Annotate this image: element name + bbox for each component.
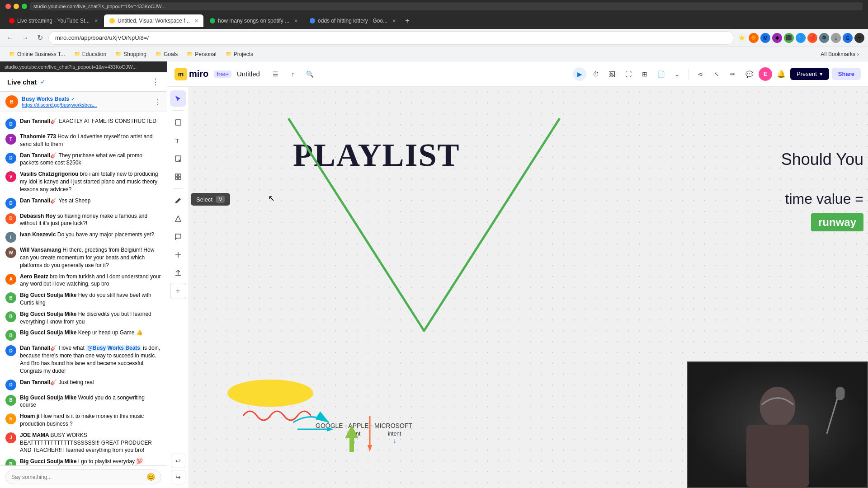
os-window-bar: studio.youtube.com/live_chat?is_popout=1… [0,0,868,13]
message-body: Debasish Roy so having money make u famo… [20,212,161,228]
bookmark-personal[interactable]: 📁 Personal [183,50,220,58]
miro-user-avatar[interactable]: E [759,67,772,81]
tab-favicon-yt [9,18,14,23]
extensions-icon[interactable]: ⭐ [737,33,747,43]
tab-yt-studio[interactable]: Live streaming - YouTube St... ✕ [4,14,103,27]
ext9-icon[interactable]: G [843,33,853,43]
svg-rect-4 [179,174,181,176]
window-close-button[interactable] [5,4,11,9]
miro-toolbar-toggle-icon[interactable]: ⊲ [693,67,707,81]
tab-miro[interactable]: Untitled, Visual Workspace f... ✕ [104,14,203,27]
bookmark-projects[interactable]: 📁 Projects [222,50,257,58]
miro-notification-icon[interactable]: 🔔 [775,68,788,80]
tool-stamp[interactable] [170,169,186,185]
ext10-icon[interactable]: ☰ [854,33,864,43]
tab-close-spotify[interactable]: ✕ [294,18,298,24]
undo-button[interactable]: ↩ [171,454,185,468]
bookmark-goals[interactable]: 📁 Goals [152,50,181,58]
ext7-icon[interactable]: ⚙ [819,33,829,43]
redo-button[interactable]: ↪ [171,470,185,484]
list-item: T Thahomie 773 How do I advertise myself… [0,131,167,150]
forward-button[interactable]: → [19,32,32,44]
url-bar[interactable] [48,31,734,45]
tool-add-more[interactable]: + [170,283,186,299]
tool-select[interactable] [170,90,186,107]
tool-pen[interactable] [170,192,186,209]
bookmark-label-online-biz: Online Business T... [17,51,65,57]
hamburger-menu-icon[interactable]: ☰ [269,67,283,81]
avatar: J [5,432,16,443]
ext8-icon[interactable]: ↓ [831,33,841,43]
svg-rect-0 [175,120,181,125]
svg-rect-3 [175,174,178,176]
bookmark-folder-icon: 📁 [9,51,15,57]
avatar: D [5,380,16,390]
list-item: B Big Gucci Soulja Mike He discredits yo… [0,309,167,328]
pinned-message: B Busy Works Beats ✓ https://discord.gg/… [0,92,167,112]
tab-spotify[interactable]: how many songs on spotify ... ✕ [204,14,303,27]
svg-rect-15 [746,425,809,488]
all-bookmarks-button[interactable]: All Bookmarks › [817,50,863,58]
miro-fullscreen-icon[interactable]: ⛶ [622,67,635,81]
miro-cursor-icon[interactable]: ↖ [710,67,723,81]
miro-forward-icon[interactable]: ▶ [573,67,586,81]
pinned-more-button[interactable]: ⋮ [154,98,161,106]
tool-shapes[interactable] [170,211,186,227]
window-minimize-button[interactable] [14,4,19,9]
ext5-icon[interactable]: 🔷 [796,33,806,43]
miro-more-tools-icon[interactable]: ⌄ [670,67,684,81]
share-button[interactable]: Share [832,68,861,80]
chat-more-button[interactable]: ⋮ [151,77,160,87]
list-item: W Will Vansamang Hi there, greetings fro… [0,244,167,271]
reload-button[interactable]: ↻ [34,32,46,44]
ext2-icon[interactable]: M [760,33,770,43]
ext4-icon[interactable]: ⬛ [784,33,794,43]
miro-canvas[interactable]: ↖ PLAYLIST Should You time value = runwa… [189,87,868,488]
miro-divider [689,69,689,80]
chat-emoji-icon[interactable]: 😊 [146,473,156,481]
miro-pen-tool-icon[interactable]: ✏ [726,67,740,81]
tab-favicon-miro [109,18,115,23]
tab-close-miro[interactable]: ✕ [194,18,198,24]
ext6-icon[interactable]: 🔴 [807,33,817,43]
tool-sticky-note[interactable] [170,150,186,167]
tab-label-google: odds of hitting lottery - Goo... [318,18,387,24]
chat-input[interactable] [11,474,143,480]
miro-table-icon[interactable]: ⊞ [638,67,651,81]
miro-header-icons: ☰ ↑ 🔍 [269,67,317,81]
avatar: D [5,153,16,164]
tool-crop[interactable] [170,247,186,263]
miro-comment-tool-icon[interactable]: 💬 [742,67,756,81]
chat-messages-list: D Dan Tannall🎸 EXACTLY AT FAME IS CONSTR… [0,112,167,465]
toolbar-separator [173,110,184,111]
ext3-icon[interactable]: ◆ [772,33,782,43]
window-maximize-button[interactable] [22,4,27,9]
miro-board-title[interactable]: Untitled [237,70,260,78]
avatar: D [5,345,16,356]
ext1-icon[interactable]: 🔶 [749,33,759,43]
bookmark-shopping[interactable]: 📁 Shopping [112,50,150,58]
tab-google[interactable]: odds of hitting lottery - Goo... ✕ [304,14,401,27]
pinned-link[interactable]: https://discord.gg/busyworksbea... [22,102,97,108]
tool-comment[interactable] [170,229,186,245]
miro-timer-icon[interactable]: ⏱ [589,67,603,81]
tab-close-yt[interactable]: ✕ [94,18,98,24]
tab-favicon-google [310,18,315,23]
back-button[interactable]: ← [4,32,16,44]
search-board-icon[interactable]: 🔍 [303,67,317,81]
tool-frames[interactable] [170,114,186,131]
miro-doc-icon[interactable]: 📄 [654,67,668,81]
new-tab-button[interactable]: + [402,16,412,26]
avatar: T [5,134,16,145]
tool-text[interactable]: T [170,132,186,149]
miro-image-icon[interactable]: 🖼 [605,67,619,81]
chat-live-indicator: ✓ [40,78,46,85]
tool-upload[interactable] [170,265,186,281]
pinned-content: Busy Works Beats ✓ https://discord.gg/bu… [22,96,97,108]
tab-label-spotify: how many songs on spotify ... [218,18,289,24]
present-button[interactable]: Present ▾ [790,68,829,80]
tab-close-google[interactable]: ✕ [392,18,396,24]
bookmark-online-biz[interactable]: 📁 Online Business T... [5,50,69,58]
bookmark-education[interactable]: 📁 Education [71,50,110,58]
share-export-icon[interactable]: ↑ [286,67,300,81]
